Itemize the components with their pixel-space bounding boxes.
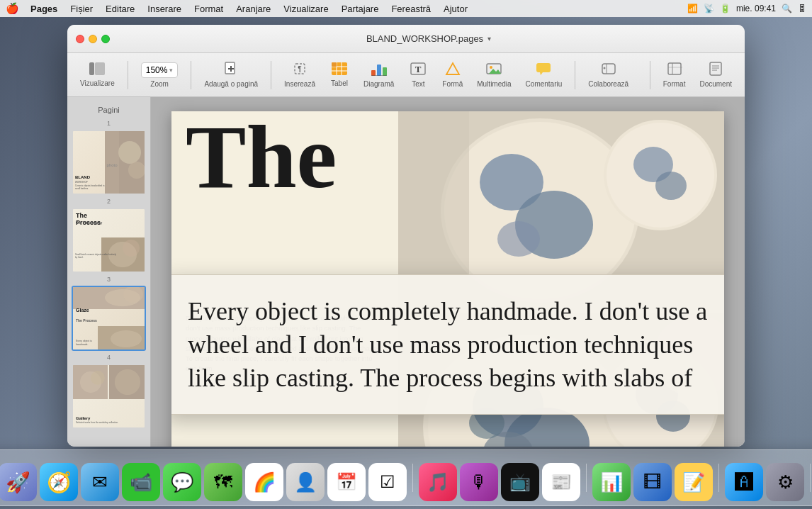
dock-system-prefs[interactable]: ⚙ xyxy=(766,463,804,501)
dock-safari[interactable]: 🧭 xyxy=(40,463,78,501)
page-thumb-2[interactable]: TheProcess Our Philosophy Small batch ce… xyxy=(72,208,146,273)
chart-icon xyxy=(371,62,387,78)
dock-separator-3 xyxy=(718,464,719,492)
page-thumb-4[interactable]: Gallery Selected works from the workshop… xyxy=(72,364,146,429)
toolbar: Vizualizare 150% ▾ Zoom xyxy=(67,53,745,97)
window-title: BLAND_WORKSHOP.pages xyxy=(366,33,483,44)
dock-app-store[interactable]: 🅰 xyxy=(725,463,763,501)
dock-podcasts[interactable]: 🎙 xyxy=(460,463,498,501)
page-num-2: 2 xyxy=(67,198,150,205)
dock-music[interactable]: 🎵 xyxy=(419,463,457,501)
view-button[interactable]: Vizualizare xyxy=(74,60,120,90)
svg-point-62 xyxy=(655,172,687,200)
document-label: Document xyxy=(699,80,732,88)
dock-messages[interactable]: 💬 xyxy=(163,463,201,501)
svg-rect-12 xyxy=(332,62,337,67)
thumb1-photo: photo xyxy=(105,131,145,194)
titlebar-center: BLAND_WORKSHOP.pages ▾ xyxy=(121,33,736,44)
thumb3-title: Glaze xyxy=(76,308,89,313)
traffic-lights xyxy=(76,35,110,43)
view-label: Vizualizare xyxy=(80,79,115,87)
dock-reminders[interactable]: ☑ xyxy=(368,463,407,501)
dock-separator-2 xyxy=(586,464,587,492)
svg-text:¶: ¶ xyxy=(298,65,301,73)
shape-button[interactable]: Formă xyxy=(436,59,468,91)
table-button[interactable]: Tabel xyxy=(324,60,355,90)
dock-numbers[interactable]: 📊 xyxy=(592,463,631,501)
apple-menu[interactable]: 🍎 xyxy=(6,2,19,15)
collaborate-button[interactable]: Colaborează xyxy=(582,59,634,91)
dock-mail[interactable]: ✉ xyxy=(81,463,119,501)
dock-facetime[interactable]: 📹 xyxy=(122,463,160,501)
close-button[interactable] xyxy=(76,35,84,43)
zoom-display[interactable]: 150% ▾ xyxy=(141,62,179,78)
text-label: Text xyxy=(412,80,424,88)
shape-label: Formă xyxy=(442,80,463,88)
svg-point-50 xyxy=(91,371,105,385)
add-page-button[interactable]: Adaugă o pagină xyxy=(198,59,264,91)
media-button[interactable]: Multimedia xyxy=(471,59,517,91)
svg-text:T: T xyxy=(415,64,422,74)
page-thumb-3[interactable]: Glaze The Process Every object is handma… xyxy=(72,286,146,351)
dock-notes[interactable]: 📝 xyxy=(675,463,713,501)
menubar-fisier[interactable]: Fișier xyxy=(64,0,98,17)
dock-separator-4 xyxy=(810,464,811,492)
svg-rect-14 xyxy=(377,65,381,76)
doc-heading: The xyxy=(186,111,337,202)
thumb4-photo1 xyxy=(73,365,107,399)
svg-marker-19 xyxy=(446,63,459,74)
dock-maps[interactable]: 🗺 xyxy=(204,463,242,501)
minimize-button[interactable] xyxy=(89,35,97,43)
divider-2 xyxy=(191,61,191,89)
media-label: Multimedia xyxy=(477,80,511,88)
text-button[interactable]: T Text xyxy=(402,59,434,91)
dock-calendar[interactable]: 📅 xyxy=(327,463,366,501)
menubar-fereastra[interactable]: Fereastră xyxy=(385,0,436,17)
zoom-button[interactable]: 150% ▾ Zoom xyxy=(135,60,184,91)
page-thumb-1[interactable]: photo BLAND WORKSHOP Ceramic objects han… xyxy=(72,130,146,195)
toolbar-zoom-group: 150% ▾ Zoom xyxy=(135,60,184,91)
dock-launchpad[interactable]: 🚀 xyxy=(0,463,37,501)
svg-marker-24 xyxy=(540,72,543,75)
format-button[interactable]: Format xyxy=(658,59,692,91)
canvas-area[interactable]: The xyxy=(151,97,745,447)
collaborate-label: Colaborează xyxy=(588,80,628,88)
dock-contacts[interactable]: 👤 xyxy=(286,463,325,501)
menubar-ajutor[interactable]: Ajutor xyxy=(438,0,473,17)
divider-4 xyxy=(575,61,575,89)
toolbar-right-group: Format Document xyxy=(645,59,738,91)
dock-keynote[interactable]: 🎞 xyxy=(633,463,672,501)
menubar: 🍎 Pages Fișier Editare Inserare Format A… xyxy=(0,0,812,17)
dock: 🗂 🚀 🧭 ✉ 📹 💬 🗺 🌈 👤 📅 ☑ 🎵 🎙 📺 📰 📊 🎞 📝 🅰 ⚙ … xyxy=(0,449,812,506)
format-icon xyxy=(667,62,682,78)
thumb3-text: Every object is handmade. xyxy=(76,340,98,347)
divider-3 xyxy=(271,61,271,89)
menubar-vizualizare[interactable]: Vizualizare xyxy=(278,0,334,17)
dock-news[interactable]: 📰 xyxy=(542,463,580,501)
dock-tv[interactable]: 📺 xyxy=(501,463,539,501)
menubar-pages[interactable]: Pages xyxy=(25,0,63,17)
menubar-aranjare[interactable]: Aranjare xyxy=(230,0,276,17)
document-button[interactable]: Document xyxy=(694,59,738,91)
table-label: Tabel xyxy=(331,79,348,87)
title-chevron-icon[interactable]: ▾ xyxy=(487,35,491,43)
view-icon xyxy=(89,62,105,77)
spotlight-icon[interactable]: 🔍 xyxy=(782,4,792,13)
svg-marker-22 xyxy=(489,69,501,74)
thumb2-sub: Our Philosophy xyxy=(76,220,102,225)
chart-button[interactable]: Diagramă xyxy=(358,59,400,91)
insert-button[interactable]: ¶ Inserează xyxy=(278,59,321,91)
text-icon: T xyxy=(410,62,426,78)
divider-1 xyxy=(128,61,128,89)
menubar-editare[interactable]: Editare xyxy=(100,0,140,17)
comment-button[interactable]: Comentariu xyxy=(520,59,568,91)
control-center-icon[interactable]: 🎛 xyxy=(798,4,806,13)
menubar-inserare[interactable]: Inserare xyxy=(142,0,187,17)
svg-point-21 xyxy=(490,66,492,69)
menubar-format[interactable]: Format xyxy=(188,0,229,17)
menubar-partajare[interactable]: Partajare xyxy=(336,0,385,17)
maximize-button[interactable] xyxy=(101,35,110,43)
main-area: Pagini 1 photo xyxy=(67,97,745,447)
pages-window: BLAND_WORKSHOP.pages ▾ Vizualizare xyxy=(67,25,745,447)
dock-photos[interactable]: 🌈 xyxy=(245,463,283,501)
